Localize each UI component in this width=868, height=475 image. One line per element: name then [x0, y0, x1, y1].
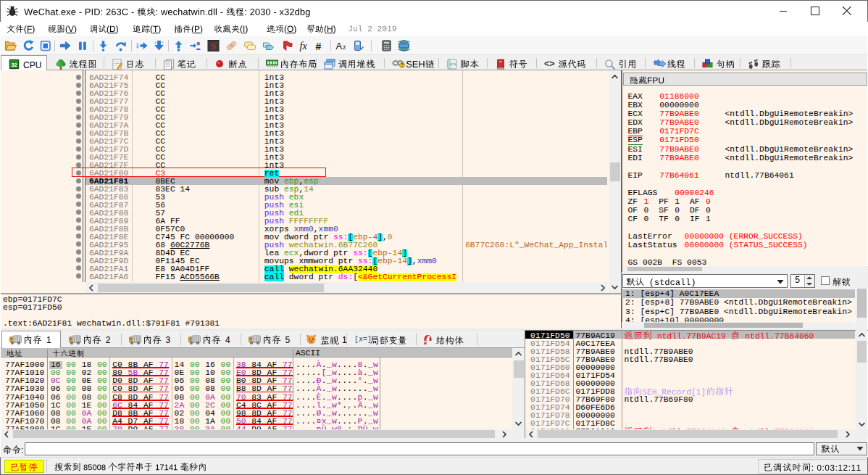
svg-text:<>: <> [544, 59, 555, 68]
svg-text:z: z [343, 44, 346, 51]
svg-text:A: A [336, 41, 343, 51]
svg-text:<>: <> [450, 62, 456, 67]
svg-text:#: # [316, 41, 322, 52]
svg-text:32: 32 [11, 62, 17, 68]
svg-text:?: ? [401, 62, 404, 67]
svg-text:fx: fx [300, 41, 308, 51]
svg-text:S: S [211, 41, 216, 51]
